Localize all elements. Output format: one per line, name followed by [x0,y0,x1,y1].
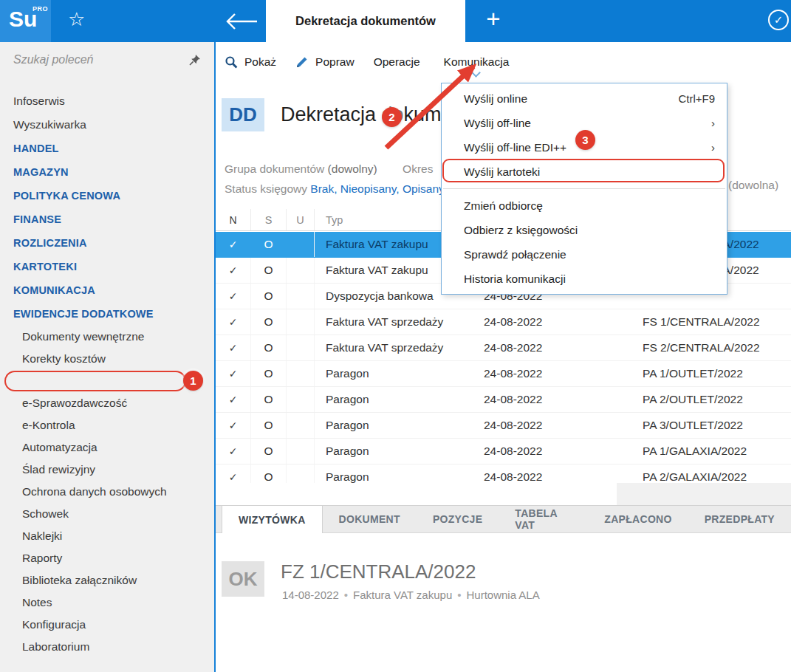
sidebar-item[interactable]: Ochrona danych osobowych [0,481,214,503]
cell-checkmark: ✓ [216,309,251,335]
table-row[interactable]: ✓ O Paragon 24-08-2022 PA 3/OUTLET/2022 [216,413,791,439]
cell-u [287,439,315,464]
column-header-n[interactable]: N [216,209,251,230]
sidebar-item[interactable]: e-Sprawozdawczość [0,392,214,414]
app-logo[interactable]: Su PRO [0,0,51,42]
command-search-input[interactable]: Szukaj poleceń [0,42,214,79]
sidebar-item[interactable]: Notes [0,592,214,614]
cell-checkmark: ✓ [216,232,251,257]
back-arrow-icon[interactable] [223,12,260,31]
filter-status-links[interactable]: Brak, Nieopisany, Opisany [310,182,445,195]
menu-item-label: Wyślij off-line [464,117,711,130]
cell-doc-number: FS 2/CENTRALA/2022 [632,341,791,354]
detail-tab-label: DOKUMENT [339,513,400,525]
sidebar-item[interactable]: Naklejki [0,525,214,547]
chevron-down-icon [471,68,481,78]
sidebar-item[interactable]: KOMUNIKACJA [0,278,214,302]
tab-dekretacja-dokumentow[interactable]: Dekretacja dokumentów [266,0,465,42]
sidebar-item-label: e-Kontrola [22,419,75,432]
sidebar-item[interactable]: Biblioteka załączników [0,569,214,592]
sidebar-item[interactable]: e-Kontrola [0,414,214,436]
cell-checkmark: ✓ [216,439,251,464]
sidebar-item[interactable]: Infoserwis [0,89,214,113]
show-button[interactable]: Pokaż [225,55,276,69]
sidebar-item[interactable]: Raporty [0,547,214,569]
detail-tab[interactable]: POZYCJE [417,506,499,532]
sidebar-item[interactable]: Dekretacja dokumentów [0,370,214,392]
sidebar-item[interactable]: Laboratorium [0,636,214,658]
sidebar-item[interactable]: KARTOTEKI [0,255,214,278]
filter-group-label[interactable]: Grupa dokumentów [225,162,324,175]
detail-tab-label: TABELA VAT [515,507,572,531]
sidebar-item[interactable]: Ślad rewizyjny [0,459,214,481]
sidebar-item[interactable]: Dokumenty wewnętrzne [0,326,214,348]
filter-period-label[interactable]: Okres [403,162,433,175]
cell-checkmark: ✓ [216,464,251,483]
communication-label: Komunikacja [444,55,510,69]
sidebar-item[interactable]: Automatyzacja [0,436,214,459]
cell-doc-number: PA 1/OUTLET/2022 [632,367,791,380]
cell-u [287,232,315,257]
cell-u [287,284,315,309]
table-row[interactable]: ✓ O Faktura VAT sprzedaży 24-08-2022 FS … [216,309,791,335]
sidebar-item[interactable]: HANDEL [0,137,214,160]
table-row[interactable]: ✓ O Paragon 24-08-2022 PA 2/OUTLET/2022 [216,387,791,413]
table-row[interactable]: ✓ O Paragon 24-08-2022 PA 2/GALAXIA/2022 [216,464,791,483]
sidebar-item[interactable]: MAGAZYN [0,160,214,184]
sidebar-item[interactable]: Schowek [0,503,214,525]
menu-item[interactable]: Wyślij off-line EDI++ › [442,135,727,160]
pin-icon[interactable] [189,54,201,66]
sidebar-item[interactable]: ROZLICZENIA [0,231,214,255]
edit-button[interactable]: Popraw [295,55,355,69]
operations-menu-button[interactable]: Operacje [374,55,420,69]
menu-item-shortcut: › [711,141,715,154]
column-header-s[interactable]: S [251,209,287,230]
cell-type: Paragon [315,470,477,483]
cell-type: Faktura VAT sprzedaży [315,315,477,329]
table-row[interactable]: ✓ O Paragon 24-08-2022 PA 1/OUTLET/2022 [216,361,791,387]
cell-doc-number: PA 1/GALAXIA/2022 [632,445,791,458]
sidebar-item[interactable]: EWIDENCJE DODATKOWE [0,302,214,326]
sidebar-item[interactable]: Korekty kosztów [0,348,214,370]
menu-item[interactable] [443,188,725,189]
table-row[interactable]: ✓ O Faktura VAT sprzedaży 24-08-2022 FS … [216,335,791,361]
menu-item[interactable]: Wyślij online Ctrl+F9 [442,86,727,111]
detail-tab[interactable]: PRZEDPŁATY [688,506,791,532]
filter-group-value[interactable]: (dowolny) [328,162,377,175]
column-header-u[interactable]: U [287,209,315,230]
menu-item[interactable]: Odbierz z księgowości [442,218,727,242]
sidebar-menu: Infoserwis Wyszukiwarka HANDEL MAGAZYN P… [0,89,214,658]
menu-item[interactable]: Zmień odbiorcę [442,193,727,218]
communication-menu-button[interactable]: Komunikacja [439,42,514,81]
detail-tab-label: ZAPŁACONO [604,513,671,525]
sidebar-item-label: POLITYKA CENOWA [13,190,120,202]
menu-item[interactable]: Sprawdź połączenie [442,242,727,267]
detail-tab[interactable]: WIZYTÓWKA [222,506,323,533]
sidebar-item[interactable]: Konfiguracja [0,614,214,636]
menu-item[interactable]: Wyślij kartoteki [442,160,727,184]
detail-tab[interactable]: TABELA VAT [499,506,588,532]
favorites-star-icon[interactable]: ☆ [68,8,85,31]
detail-tabs: WIZYTÓWKA DOKUMENT POZYCJE TABELA VAT ZA… [216,505,791,533]
sidebar-item-label: e-Sprawozdawczość [22,397,127,410]
sidebar-item-label: Dokumenty wewnętrzne [22,330,144,343]
status-check-icon[interactable]: ✓ [768,10,789,30]
bullet-separator: • [457,589,461,601]
detail-tab[interactable]: DOKUMENT [323,506,417,532]
cell-type: Paragon [315,445,477,458]
new-tab-button[interactable]: + [479,5,508,33]
cell-status: O [251,258,287,283]
menu-item[interactable]: Historia komunikacji [442,267,727,291]
sidebar: Szukaj poleceń Infoserwis Wyszukiwarka H… [0,42,214,672]
horizontal-scrollbar[interactable] [216,483,791,505]
menu-item[interactable]: Wyślij off-line › [442,111,727,135]
sidebar-item-label: Naklejki [22,529,62,543]
detail-tab[interactable]: ZAPŁACONO [588,506,688,532]
sidebar-item-label: MAGAZYN [13,166,69,178]
scrollbar-thumb[interactable] [216,483,617,505]
table-row[interactable]: ✓ O Paragon 24-08-2022 PA 1/GALAXIA/2022 [216,439,791,464]
filter-right-value[interactable]: (dowolna) [728,179,778,192]
sidebar-item[interactable]: POLITYKA CENOWA [0,184,214,208]
sidebar-item[interactable]: FINANSE [0,208,214,231]
sidebar-item[interactable]: Wyszukiwarka [0,113,214,137]
